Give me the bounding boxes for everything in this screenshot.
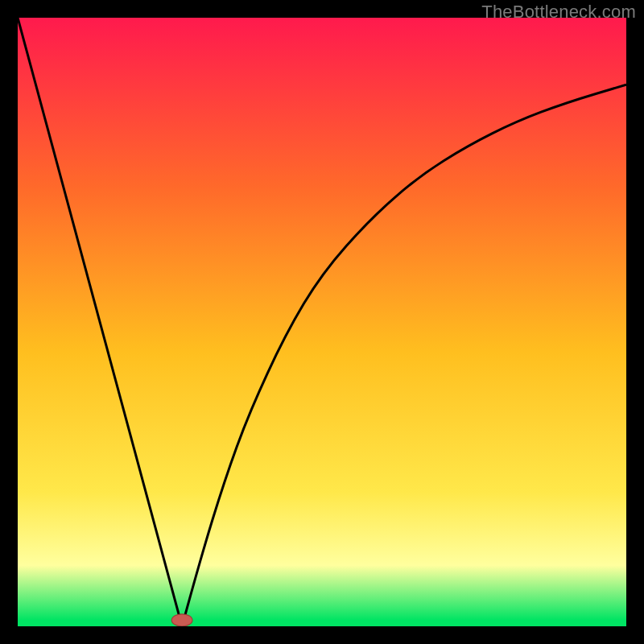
gradient-fill	[18, 18, 626, 626]
chart-frame	[18, 18, 626, 626]
minimum-marker	[171, 614, 192, 626]
bottleneck-chart	[18, 18, 626, 626]
